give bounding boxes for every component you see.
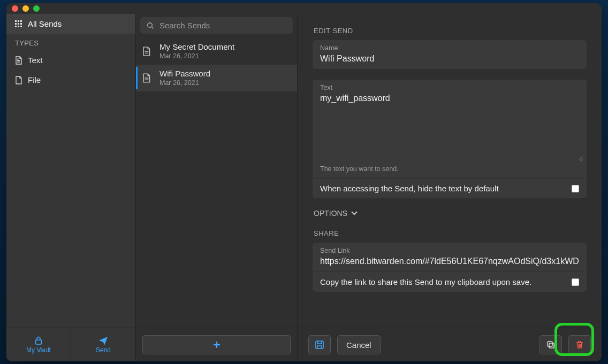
svg-rect-13 xyxy=(549,343,554,348)
sidebar-type-file-label: File xyxy=(28,75,41,84)
text-value: my_wifi_password xyxy=(320,94,579,158)
send-link-label: Send Link xyxy=(320,247,579,254)
svg-rect-0 xyxy=(15,20,17,22)
name-field[interactable]: Name Wifi Password xyxy=(313,40,587,69)
copy-link-button[interactable] xyxy=(539,335,562,354)
plus-icon xyxy=(212,340,221,349)
options-label: OPTIONS xyxy=(314,209,347,218)
send-list: My Secret Document Mar 26, 2021 Wifi Pas… xyxy=(136,38,297,328)
delete-button[interactable] xyxy=(568,335,591,354)
sidebar-item-type-text[interactable]: Text xyxy=(6,50,135,70)
text-file-icon xyxy=(15,56,22,65)
chevron-down-icon xyxy=(351,210,358,216)
file-icon xyxy=(142,73,153,83)
edit-send-header: EDIT SEND xyxy=(314,27,587,35)
tab-send[interactable]: Send xyxy=(71,328,135,361)
window-minimize-dot[interactable] xyxy=(22,5,29,12)
svg-rect-3 xyxy=(15,23,17,25)
cancel-label: Cancel xyxy=(346,340,371,350)
svg-rect-4 xyxy=(18,23,19,25)
grid-icon xyxy=(15,20,22,28)
copy-on-save-label: Copy the link to share this Send to my c… xyxy=(320,277,531,286)
list-item-date: Mar 26, 2021 xyxy=(159,52,234,60)
save-icon xyxy=(315,340,324,350)
svg-rect-7 xyxy=(18,26,19,27)
app-window: All Sends TYPES Text File xyxy=(6,3,602,361)
paper-plane-icon xyxy=(98,336,108,345)
list-item-title: My Secret Document xyxy=(159,42,234,51)
sidebar-item-type-file[interactable]: File xyxy=(6,70,135,90)
window-zoom-dot[interactable] xyxy=(33,5,40,12)
text-card: Text my_wifi_password The text you want … xyxy=(313,80,587,198)
cancel-button[interactable]: Cancel xyxy=(337,335,381,354)
copy-on-save-checkbox[interactable] xyxy=(572,278,579,286)
svg-point-10 xyxy=(148,22,153,27)
lock-icon xyxy=(34,336,43,345)
resize-handle-icon[interactable] xyxy=(578,154,583,160)
hide-text-row[interactable]: When accessing the Send, hide the text b… xyxy=(313,178,587,198)
sidebar: All Sends TYPES Text File xyxy=(6,14,136,361)
list-item[interactable]: My Secret Document Mar 26, 2021 xyxy=(136,38,297,65)
svg-rect-1 xyxy=(18,20,19,22)
hide-text-label: When accessing the Send, hide the text b… xyxy=(320,184,499,193)
share-card: Send Link https://send.bitwarden.com/#7l… xyxy=(313,243,587,292)
sidebar-type-text-label: Text xyxy=(28,56,43,65)
copy-on-save-row[interactable]: Copy the link to share this Send to my c… xyxy=(313,272,587,292)
name-card: Name Wifi Password xyxy=(313,40,587,69)
search-input[interactable] xyxy=(159,21,286,30)
name-value: Wifi Password xyxy=(320,54,579,64)
file-icon xyxy=(142,47,153,56)
svg-rect-8 xyxy=(20,26,22,27)
list-item-title: Wifi Password xyxy=(159,69,210,78)
list-item-date: Mar 26, 2021 xyxy=(159,79,210,87)
svg-rect-5 xyxy=(20,23,22,25)
send-link-value: https://send.bitwarden.com/#7ldE56U1KE67… xyxy=(320,257,579,266)
send-link-field[interactable]: Send Link https://send.bitwarden.com/#7l… xyxy=(313,243,587,272)
window-titlebar xyxy=(6,3,602,14)
sidebar-types-header: TYPES xyxy=(6,34,135,50)
bottom-tabs: My Vault Send xyxy=(6,328,135,361)
sidebar-item-all-sends[interactable]: All Sends xyxy=(6,14,135,34)
tab-send-label: Send xyxy=(96,346,111,354)
save-button[interactable] xyxy=(308,335,331,354)
svg-rect-6 xyxy=(15,26,17,27)
search-icon xyxy=(147,22,154,29)
detail-footer: Cancel xyxy=(298,328,602,361)
text-field[interactable]: Text my_wifi_password xyxy=(313,80,587,163)
copy-icon xyxy=(546,340,556,350)
search-box[interactable] xyxy=(140,17,293,34)
text-hint: The text you want to send. xyxy=(313,163,587,178)
text-label: Text xyxy=(320,84,579,91)
name-label: Name xyxy=(320,44,579,52)
share-header: SHARE xyxy=(314,229,587,237)
add-send-button[interactable] xyxy=(142,335,291,354)
options-toggle[interactable]: OPTIONS xyxy=(314,209,587,218)
list-item[interactable]: Wifi Password Mar 26, 2021 xyxy=(136,65,297,91)
svg-rect-2 xyxy=(20,20,22,22)
tab-my-vault-label: My Vault xyxy=(26,346,51,354)
file-icon xyxy=(15,76,22,84)
tab-my-vault[interactable]: My Vault xyxy=(6,328,71,361)
send-list-column: My Secret Document Mar 26, 2021 Wifi Pas… xyxy=(136,14,298,361)
svg-rect-11 xyxy=(316,341,323,348)
sidebar-all-sends-label: All Sends xyxy=(28,19,62,28)
svg-rect-9 xyxy=(36,340,42,344)
window-close-dot[interactable] xyxy=(12,5,18,12)
svg-rect-12 xyxy=(548,342,552,346)
hide-text-checkbox[interactable] xyxy=(572,185,579,192)
detail-pane: EDIT SEND Name Wifi Password Text my_wif… xyxy=(298,14,602,361)
trash-icon xyxy=(575,340,584,350)
